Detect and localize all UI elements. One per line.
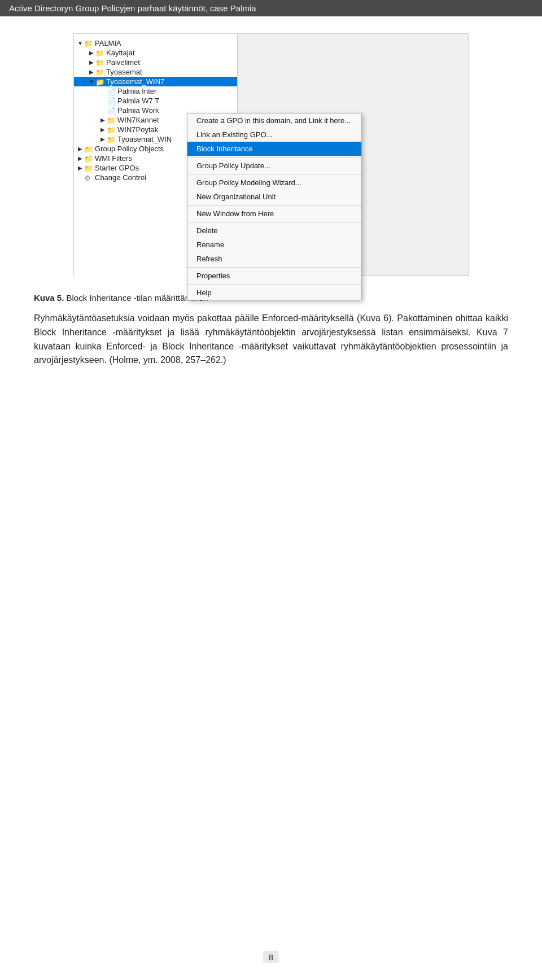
ctx-refresh[interactable]: Refresh	[187, 252, 361, 266]
ctx-divider-4	[187, 222, 361, 222]
arrow-win7kannet: ▶	[99, 117, 107, 123]
tree-label-win7poytak: WIN7Poytak	[117, 125, 158, 134]
ctx-gp-modeling[interactable]: Group Policy Modeling Wizard...	[187, 176, 361, 190]
ctx-refresh-label: Refresh	[196, 255, 222, 263]
settings-icon: ⚙	[84, 174, 93, 182]
tree-item-tyoasemat[interactable]: ▶ 📁 Tyoasemat	[74, 67, 237, 77]
tree-label-palmia-inter: Palmia Inter	[117, 87, 156, 95]
caption-label: Kuva 5.	[34, 293, 64, 303]
folder-icon: 📁	[84, 145, 93, 153]
folder-icon: 📁	[107, 126, 116, 134]
ctx-delete-label: Delete	[196, 226, 218, 235]
ctx-new-ou-label: New Organizational Unit	[196, 193, 276, 201]
tree-item-kayttajat[interactable]: ▶ 📁 Kayttajat	[74, 48, 237, 58]
tree-label-win7kannet: WIN7Kannet	[117, 116, 159, 124]
ctx-divider-2	[187, 174, 361, 174]
tree-label-tyoasemat: Tyoasemat	[106, 68, 142, 76]
arrow-wmi: ▶	[76, 155, 84, 161]
ctx-block-inheritance-label: Block Inheritance	[196, 145, 253, 153]
ctx-help[interactable]: Help	[187, 286, 361, 300]
ctx-new-ou[interactable]: New Organizational Unit	[187, 190, 361, 204]
arrow-tyoasemat-win-sub: ▶	[99, 136, 107, 142]
page-header: Active Directoryn Group Policyjen parhaa…	[0, 0, 542, 16]
folder-icon: 📁	[107, 116, 116, 124]
ctx-divider-6	[187, 284, 361, 285]
arrow-tyoasemat: ▶	[88, 69, 95, 75]
arrow-palvelimet: ▶	[88, 59, 95, 65]
ctx-link-existing-gpo-label: Link an Existing GPO...	[196, 130, 272, 139]
screenshot-box: ▼ 📁 PALMIA ▶ 📁 Kayttajat ▶ 📁 Palvelimet	[73, 33, 469, 276]
tree-item-palmia[interactable]: ▼ 📁 PALMIA	[74, 38, 237, 48]
ctx-new-window-label: New Window from Here	[196, 209, 274, 218]
ctx-create-gpo[interactable]: Create a GPO in this domain, and Link it…	[187, 113, 361, 128]
body-paragraph-1: Ryhmäkäytäntöasetuksia voidaan myös pako…	[34, 312, 508, 368]
tree-label-wmi-filters: WMI Filters	[95, 154, 132, 163]
ctx-divider-1	[187, 157, 361, 158]
folder-icon: 📁	[84, 155, 93, 163]
arrow-tyoasemat-win7: ▼	[88, 78, 95, 85]
page-number: 8	[263, 951, 279, 963]
folder-icon: 📁	[95, 59, 104, 67]
ctx-divider-3	[187, 205, 361, 205]
tree-item-palmia-w7t[interactable]: 📄 Palmia W7 T	[74, 96, 237, 106]
tree-label-palmia-w7t: Palmia W7 T	[117, 97, 159, 105]
arrow-kayttajat: ▶	[88, 50, 95, 56]
tree-label-palmia: PALMIA	[95, 39, 121, 47]
tree-label-group-policy-objects: Group Policy Objects	[95, 145, 164, 153]
tree-item-tyoasemat-win7[interactable]: ▼ 📁 Tyoasemat_WIN7	[74, 77, 237, 86]
main-content: ▼ 📁 PALMIA ▶ 📁 Kayttajat ▶ 📁 Palvelimet	[0, 16, 542, 398]
paragraph-1-text: Ryhmäkäytäntöasetuksia voidaan myös pako…	[34, 313, 508, 365]
arrow-palmia: ▼	[76, 40, 84, 46]
folder-icon: 📁	[84, 40, 93, 47]
ctx-rename-label: Rename	[196, 240, 224, 249]
ctx-properties[interactable]: Properties	[187, 269, 361, 283]
ctx-delete[interactable]: Delete	[187, 224, 361, 238]
tree-label-kayttajat: Kayttajat	[106, 49, 135, 57]
tree-label-change-control: Change Control	[95, 173, 146, 182]
arrow-win7poytak: ▶	[99, 126, 107, 133]
ctx-link-existing-gpo[interactable]: Link an Existing GPO...	[187, 128, 361, 142]
folder-icon: 📁	[84, 164, 93, 172]
tree-label-tyoasemat-win7: Tyoasemat_WIN7	[106, 77, 164, 86]
doc-icon: 📄	[107, 107, 116, 115]
doc-icon: 📄	[107, 97, 116, 105]
ctx-gp-modeling-label: Group Policy Modeling Wizard...	[196, 178, 301, 187]
ctx-properties-label: Properties	[196, 272, 230, 280]
context-menu: Create a GPO in this domain, and Link it…	[187, 113, 362, 300]
arrow-starter-gpos: ▶	[76, 165, 84, 171]
ctx-gp-update-label: Group Policy Update...	[196, 161, 270, 170]
ctx-divider-5	[187, 267, 361, 268]
tree-item-palmia-inter[interactable]: 📄 Palmia Inter	[74, 86, 237, 96]
tree-label-tyoasemat-win-sub: Tyoasemat_WIN	[117, 135, 172, 143]
ctx-create-gpo-label: Create a GPO in this domain, and Link it…	[196, 116, 351, 125]
tree-label-starter-gpos: Starter GPOs	[95, 164, 139, 172]
folder-icon: 📁	[107, 135, 116, 143]
arrow-gpo: ▶	[76, 146, 84, 152]
ctx-new-window[interactable]: New Window from Here	[187, 207, 361, 221]
ctx-gp-update[interactable]: Group Policy Update...	[187, 159, 361, 173]
folder-icon: 📁	[95, 78, 104, 86]
doc-icon: 📄	[107, 88, 116, 95]
ctx-help-label: Help	[196, 288, 212, 297]
ctx-block-inheritance[interactable]: Block Inheritance	[187, 142, 361, 156]
header-title: Active Directoryn Group Policyjen parhaa…	[9, 3, 256, 13]
folder-icon: 📁	[95, 68, 104, 76]
ctx-rename[interactable]: Rename	[187, 238, 361, 252]
folder-icon: 📁	[95, 49, 104, 57]
tree-item-palvelimet[interactable]: ▶ 📁 Palvelimet	[74, 58, 237, 67]
screenshot-area: ▼ 📁 PALMIA ▶ 📁 Kayttajat ▶ 📁 Palvelimet	[34, 33, 508, 276]
tree-label-palmia-work: Palmia Work	[117, 106, 159, 115]
tree-label-palvelimet: Palvelimet	[106, 58, 140, 67]
